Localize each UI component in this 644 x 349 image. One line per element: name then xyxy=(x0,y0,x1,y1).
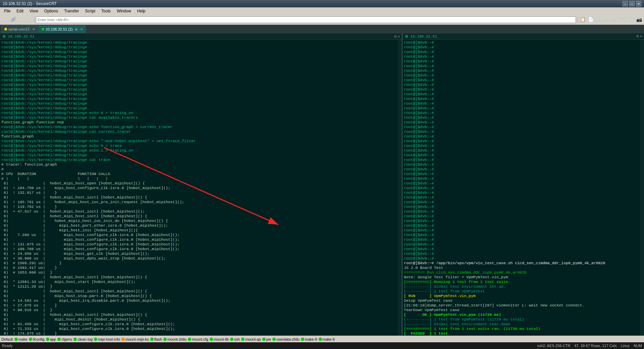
right-terminal-line: root@]$dvb:-# xyxy=(404,40,639,45)
dot-clean-log xyxy=(73,338,77,341)
status-mount-qa[interactable]: mount-qa xyxy=(241,337,261,341)
left-terminal-line: 6) ! 174.875 us | } xyxy=(1,331,396,336)
left-terminal-line: 6) + 71.333 us | mipi_host_configure_clk… xyxy=(1,327,396,331)
right-terminal-line: ========= Run cicd_sen_cimdma_ddr_isp0_p… xyxy=(404,270,639,275)
right-terminal-line: root@]$dvb:-# xyxy=(404,139,639,143)
session-options-button[interactable]: ⚙ xyxy=(603,16,610,23)
left-terminal-content[interactable]: root@]$dvb:/sys/kernel/debug/tracing#roo… xyxy=(0,40,398,336)
status-flash[interactable]: flash xyxy=(150,337,162,341)
left-terminal-line: 6) * 12061.33 us| mipi_host_start [hobot… xyxy=(1,280,396,284)
menu-view[interactable]: View xyxy=(27,8,41,14)
status-make-9[interactable]: make-9 xyxy=(301,337,317,341)
minimize-button[interactable]: – xyxy=(623,1,628,6)
status-mipi-host-info[interactable]: mipi-host-info xyxy=(94,337,120,341)
reconnect-button[interactable]: ↺ xyxy=(17,16,25,23)
script-button[interactable]: ▶ xyxy=(611,16,619,23)
label-make: make xyxy=(18,337,28,341)
disconnect-button[interactable]: ✂ xyxy=(25,16,33,23)
toolbar: ⚡ 🔗 ↺ ✂ 📋 📄 🖨 ⚙ ▶ 🗺 ? 📷 xyxy=(0,15,644,25)
left-terminal-line: 6) | hobot_mipi1_host_ioc_init_do [hobot… xyxy=(1,219,396,223)
status-mount-mipi-ko[interactable]: mount-mipi-ko xyxy=(121,337,149,341)
left-terminal-line: 6) 7.208 us | mipi_host_configure_clk.is… xyxy=(1,233,396,237)
menu-script[interactable]: Script xyxy=(82,8,98,14)
menu-transfer[interactable]: Transfer xyxy=(61,8,82,14)
right-terminal-line: [ OK ] VpmPymTest.vin_pym (11729 ms) xyxy=(404,312,639,317)
tab-close-serial[interactable]: ✕ xyxy=(32,27,35,31)
menu-window[interactable]: Window xyxy=(114,8,134,14)
left-terminal-line: function_graph xyxy=(1,134,396,139)
status-clean-log[interactable]: clean-log xyxy=(73,337,93,341)
tab-split-icon[interactable]: ⊞ xyxy=(75,27,77,31)
left-terminal-line: root@]$dvb:/sys/kernel/debug/tracing# xyxy=(1,40,396,45)
default-label: Default xyxy=(1,337,13,341)
new-session-button[interactable]: ⚡ xyxy=(1,16,9,23)
extra-button[interactable]: 📷 xyxy=(635,16,643,23)
status-mount-lib[interactable]: mount-lib xyxy=(210,337,229,341)
menu-options[interactable]: Options xyxy=(42,8,61,14)
tab-dot-main xyxy=(42,28,44,31)
right-pane-scrollbar[interactable] xyxy=(640,40,644,336)
toolbar-separator-2 xyxy=(577,16,578,23)
left-terminal-line: root@]$dvb:/sys/kernel/debug/tracing# xyxy=(1,82,396,87)
label-make-6: make-6 xyxy=(323,337,335,341)
title-bar: 10.106.32.51 (2) - SecureCRT – □ ✕ xyxy=(0,0,644,7)
status-mount-zhilu[interactable]: mount-zhilu xyxy=(163,337,186,341)
menu-tools[interactable]: Tools xyxy=(99,8,113,14)
close-button[interactable]: ✕ xyxy=(636,1,641,6)
status-bar: Default make ifconfig app cfgenv clean-l… xyxy=(0,336,644,342)
menu-help[interactable]: Help xyxy=(135,8,148,14)
right-terminal-line: TearDown VpmPymTest case xyxy=(404,308,639,312)
paste-button[interactable]: 📄 xyxy=(587,16,594,23)
status-make[interactable]: make xyxy=(14,337,28,341)
connect-button[interactable]: 🔗 xyxy=(9,16,17,23)
left-pane-split-icon[interactable]: ⊟ xyxy=(394,35,396,39)
status-mount-cfg[interactable]: mount-cfg xyxy=(188,337,208,341)
label-clean-log: clean-log xyxy=(77,337,93,341)
right-terminal-line: [----------] Global test environment set… xyxy=(404,284,639,289)
status-ifconfig[interactable]: ifconfig xyxy=(29,337,45,341)
left-terminal-line: root@]$dvb:/sys/kernel/debug/tracing# xyxy=(1,50,396,54)
tab-close-main[interactable]: ✕ xyxy=(80,27,83,31)
right-pane-split-icon[interactable]: ⊟ xyxy=(637,34,639,38)
right-terminal-line: root@]$dvb:-# xyxy=(404,223,639,228)
left-terminal-line: root@]$dvb:/sys/kernel/debug/tracing# xyxy=(1,92,396,97)
menu-file[interactable]: File xyxy=(1,8,13,14)
right-pane-close-icon[interactable]: ✕ xyxy=(640,34,642,38)
help-button[interactable]: ? xyxy=(627,16,635,23)
tab-label-main: 10.106.32.51 (2) xyxy=(46,27,73,31)
left-terminal-pane: 🖥 10.106.32.51 ⊟ ✕ root@]$dvb:/sys/kerne… xyxy=(0,34,402,336)
tab-serial-com13[interactable]: serial-com13 ✕ xyxy=(1,25,38,33)
right-terminal-line: [==========] Running 1 test from 1 test … xyxy=(404,280,639,284)
dot-mipi-host-info xyxy=(94,338,97,341)
print-button[interactable]: 🖨 xyxy=(595,16,602,23)
tab-10.106.32.51-2[interactable]: 10.106.32.51 (2) ⊞ ✕ xyxy=(39,25,86,33)
address-bar-input[interactable] xyxy=(36,16,576,23)
right-terminal-line: root@]$dvb:-# xyxy=(404,68,639,73)
left-terminal-line: 6) ! 131.875 us | mipi_host_configure_cl… xyxy=(1,242,396,247)
status-userdata-zhilu[interactable]: userdata-zhilu xyxy=(272,337,300,341)
right-terminal-content[interactable]: root@]$dvb:-#root@]$dvb:-#root@]$dvb:-#r… xyxy=(402,40,640,336)
main-terminal-area: 🖥 10.106.32.51 ⊟ ✕ root@]$dvb:/sys/kerne… xyxy=(0,34,644,336)
right-terminal-line: root@]$dvb:-# xyxy=(404,172,639,176)
right-terminal-line: [----------] Global test environment tea… xyxy=(404,322,639,327)
terminal-type: Linux xyxy=(621,344,630,348)
left-terminal-line: 6) | mipi_host_deinit [hobot_mipihost]()… xyxy=(1,317,396,322)
status-make-6[interactable]: make-6 xyxy=(319,337,335,341)
left-pane-close-icon[interactable]: ✕ xyxy=(398,35,400,39)
copy-button[interactable]: 📋 xyxy=(579,16,586,23)
map-button[interactable]: 🗺 xyxy=(619,16,627,23)
cursor-position: 67, 39 67 Rows, 117 Cols xyxy=(575,344,617,348)
right-terminal-line: root@]$dvb:-# xyxy=(404,45,639,50)
maximize-button[interactable]: □ xyxy=(629,1,635,6)
left-terminal-line: root@]$dvb:/sys/kernel/debug/tracing# ca… xyxy=(1,129,396,134)
right-terminal-line: root@]$dvb:-# xyxy=(404,134,639,139)
status-cfgenv[interactable]: cfgenv xyxy=(57,337,72,341)
left-terminal-line: 6) ! 104.750 us | mipi_host_configure_cl… xyxy=(1,186,396,190)
left-terminal-line: # | | | | | | | xyxy=(1,176,396,181)
status-app[interactable]: app xyxy=(46,337,56,341)
left-pane-scrollbar[interactable] xyxy=(398,40,402,336)
status-pw[interactable]: pw xyxy=(262,337,271,341)
right-terminal-line: [==========] 1 test from 1 test suite ra… xyxy=(404,327,639,331)
status-ssh[interactable]: ssh xyxy=(230,337,240,341)
menu-edit[interactable]: Edit xyxy=(14,8,26,14)
